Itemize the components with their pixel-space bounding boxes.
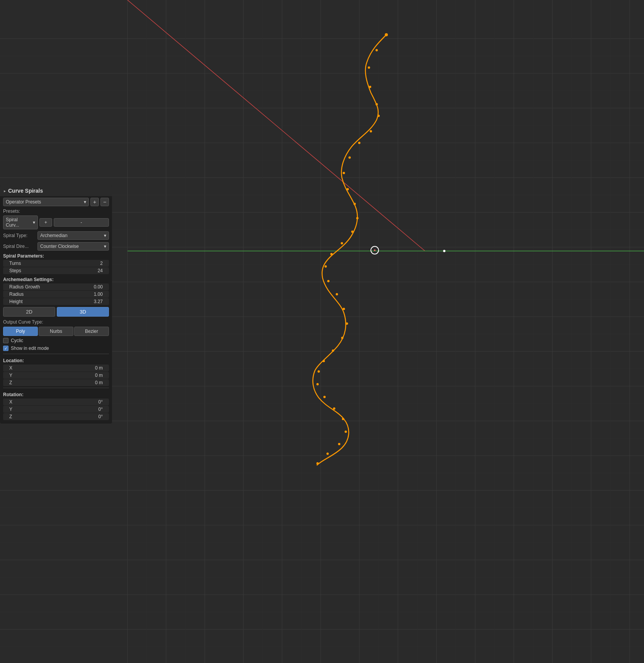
divider-2 xyxy=(3,388,109,388)
presets-chevron: ▾ xyxy=(33,220,35,225)
svg-point-93 xyxy=(333,407,335,410)
svg-point-95 xyxy=(345,431,347,433)
svg-point-98 xyxy=(316,462,319,465)
rotation-x-row[interactable]: X 0° xyxy=(3,398,109,405)
presets-label: Presets: xyxy=(0,208,112,215)
svg-point-86 xyxy=(346,322,348,325)
curve-spirals-panel: ▸ Curve Spirals Operator Presets ▾ + − P… xyxy=(0,185,112,424)
spiral-dir-row: Spiral Dire... Counter Clockwise ▾ xyxy=(0,241,112,252)
radius-growth-label: Radius Growth xyxy=(9,284,94,290)
rotation-y-row[interactable]: Y 0° xyxy=(3,406,109,413)
spiral-type-label: Spiral Type: xyxy=(3,233,36,238)
svg-point-69 xyxy=(369,86,371,88)
presets-add-button[interactable]: + xyxy=(39,218,52,227)
operator-presets-row: Operator Presets ▾ + − xyxy=(0,196,112,208)
presets-remove-button[interactable]: - xyxy=(54,218,109,227)
radius-growth-value: 0.00 xyxy=(94,284,103,290)
svg-point-94 xyxy=(342,418,344,420)
cyclic-label: Cyclic xyxy=(11,338,23,343)
svg-point-89 xyxy=(323,360,325,362)
spiral-dir-label: Spiral Dire... xyxy=(3,244,36,249)
location-x-label: X xyxy=(9,365,17,371)
svg-point-81 xyxy=(330,253,333,255)
svg-point-84 xyxy=(336,293,338,295)
rotation-y-label: Y xyxy=(9,407,17,412)
location-y-label: Y xyxy=(9,373,17,378)
rotation-z-row[interactable]: Z 0° xyxy=(3,413,109,420)
svg-point-82 xyxy=(325,265,327,268)
cyclic-row[interactable]: Cyclic xyxy=(0,337,112,344)
svg-point-99 xyxy=(371,246,379,254)
cyclic-checkbox[interactable] xyxy=(3,338,8,343)
rotation-y-value: 0° xyxy=(17,407,103,412)
svg-line-64 xyxy=(127,0,425,251)
show-edit-mode-row[interactable]: ✓ Show in edit mode xyxy=(0,344,112,352)
poly-button[interactable]: Poly xyxy=(3,327,38,336)
location-y-row[interactable]: Y 0 m xyxy=(3,372,109,379)
svg-point-67 xyxy=(376,49,378,51)
location-x-value: 0 m xyxy=(17,365,103,371)
location-header: Location: xyxy=(0,356,112,364)
rotation-x-value: 0° xyxy=(17,399,103,405)
svg-point-70 xyxy=(376,103,378,105)
spiral-dir-chevron: ▾ xyxy=(104,244,106,249)
svg-point-97 xyxy=(326,453,329,455)
2d-button[interactable]: 2D xyxy=(3,307,55,317)
presets-dropdown[interactable]: Spiral Curv... ▾ xyxy=(3,215,38,229)
show-edit-mode-checkbox[interactable]: ✓ xyxy=(3,346,8,351)
spiral-dir-dropdown[interactable]: Counter Clockwise ▾ xyxy=(37,242,109,251)
svg-point-72 xyxy=(370,130,372,132)
location-z-row[interactable]: Z 0 m xyxy=(3,379,109,386)
height-value: 3.27 xyxy=(94,299,103,304)
preset-remove-button[interactable]: − xyxy=(100,198,109,206)
spiral-type-dropdown[interactable]: Archemedian ▾ xyxy=(37,231,109,240)
radius-growth-row[interactable]: Radius Growth 0.00 xyxy=(3,283,109,290)
spiral-type-row: Spiral Type: Archemedian ▾ xyxy=(0,230,112,241)
steps-label: Steps xyxy=(9,268,98,273)
3d-button[interactable]: 3D xyxy=(57,307,109,317)
nurbs-button[interactable]: Nurbs xyxy=(39,327,73,336)
svg-point-87 xyxy=(341,337,343,339)
svg-point-78 xyxy=(356,217,359,219)
radius-label: Radius xyxy=(9,292,94,297)
panel-header[interactable]: ▸ Curve Spirals xyxy=(0,185,112,196)
spiral-type-chevron: ▾ xyxy=(104,233,106,238)
bezier-button[interactable]: Bezier xyxy=(74,327,109,336)
radius-value: 1.00 xyxy=(94,292,103,297)
preset-add-button[interactable]: + xyxy=(90,198,99,206)
archemediean-header: Archemedian Settings: xyxy=(0,275,112,283)
svg-point-74 xyxy=(348,156,351,159)
turns-value: 2 xyxy=(100,261,103,266)
svg-point-100 xyxy=(374,249,376,251)
curve-type-buttons: Poly Nurbs Bezier xyxy=(0,326,112,337)
radius-row[interactable]: Radius 1.00 xyxy=(3,291,109,298)
height-label: Height xyxy=(9,299,94,304)
dimension-buttons: 2D 3D xyxy=(0,305,112,318)
location-y-value: 0 m xyxy=(17,373,103,378)
panel-title: Curve Spirals xyxy=(8,188,43,194)
svg-point-68 xyxy=(368,66,370,69)
rotation-z-value: 0° xyxy=(17,414,103,419)
svg-point-77 xyxy=(353,203,356,205)
turns-label: Turns xyxy=(9,261,100,266)
location-x-row[interactable]: X 0 m xyxy=(3,365,109,371)
divider-1 xyxy=(3,354,109,354)
location-z-label: Z xyxy=(9,380,17,385)
turns-row[interactable]: Turns 2 xyxy=(3,260,109,267)
svg-point-88 xyxy=(332,349,334,352)
svg-point-80 xyxy=(341,242,343,244)
height-row[interactable]: Height 3.27 xyxy=(3,298,109,305)
svg-point-75 xyxy=(343,172,345,174)
presets-row: Spiral Curv... ▾ + - xyxy=(0,215,112,230)
svg-point-73 xyxy=(358,142,360,144)
steps-row[interactable]: Steps 24 xyxy=(3,267,109,274)
checkmark-icon: ✓ xyxy=(4,346,7,351)
operator-presets-chevron: ▾ xyxy=(84,199,86,205)
steps-value: 24 xyxy=(98,268,103,273)
rotation-header: Rotation: xyxy=(0,390,112,398)
svg-point-79 xyxy=(351,231,353,233)
panel-collapse-arrow[interactable]: ▸ xyxy=(4,189,6,193)
svg-point-101 xyxy=(443,250,445,252)
operator-presets-dropdown[interactable]: Operator Presets ▾ xyxy=(3,198,89,206)
svg-point-90 xyxy=(318,370,320,373)
